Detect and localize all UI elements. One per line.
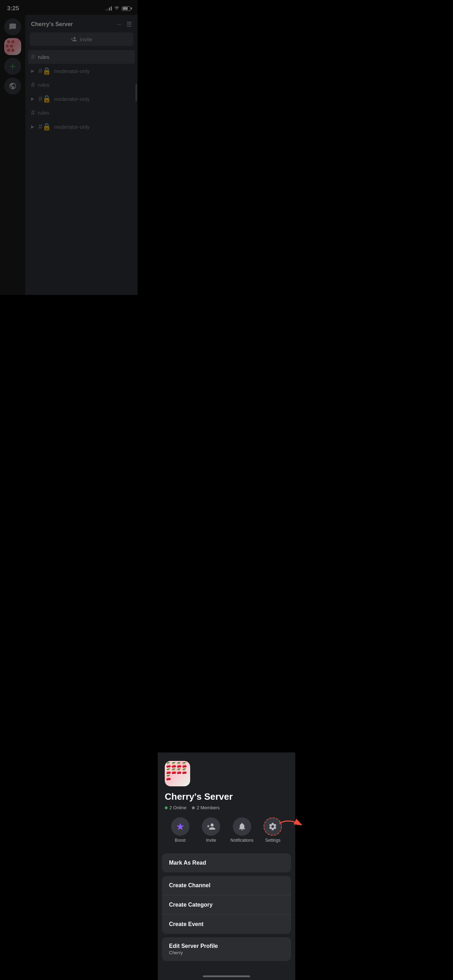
bottom-sheet-backdrop[interactable]	[0, 0, 138, 298]
